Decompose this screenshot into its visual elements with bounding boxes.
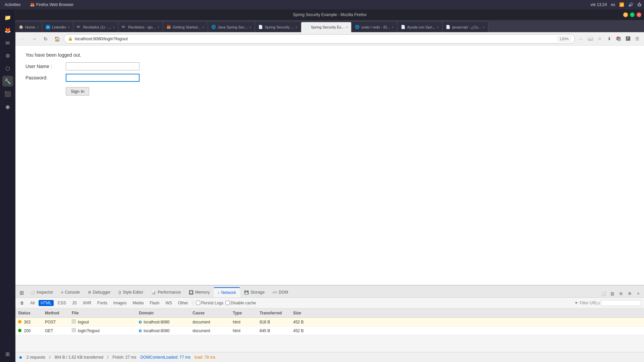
devtools-dock-right[interactable]: ▥ xyxy=(608,290,616,297)
firefox-icon[interactable]: 🦊 xyxy=(2,25,13,36)
zoom-level[interactable]: 120% xyxy=(558,36,571,42)
filter-flash[interactable]: Flash xyxy=(148,300,161,306)
disable-cache-checkbox[interactable]: Disable cache xyxy=(225,301,256,305)
devtools-settings-btn[interactable]: ⚙ xyxy=(626,290,633,297)
tab-close-recibidos1[interactable]: × xyxy=(113,25,115,29)
terminal-icon[interactable]: ⬛ xyxy=(2,88,13,99)
tab-close-undo-redo[interactable]: × xyxy=(392,25,394,29)
password-input[interactable] xyxy=(66,74,140,82)
tab-label-spring-security-ex: Spring Security Ex... xyxy=(311,25,344,29)
devtools-clear-btn[interactable]: 🗑 xyxy=(18,300,26,306)
network-row-302[interactable]: 302 POST logout localhost:8080 document … xyxy=(15,318,644,326)
devtab-memory[interactable]: 🔲 Memory xyxy=(185,287,214,297)
bookmarks-panel-button[interactable]: 📚 xyxy=(614,35,623,43)
intellij-icon[interactable]: 🔧 xyxy=(2,76,13,86)
filter-other[interactable]: Other xyxy=(176,300,190,306)
apps-grid-icon[interactable]: ⊞ xyxy=(2,349,13,359)
devtab-debugger[interactable]: ⚙ Debugger xyxy=(84,287,115,297)
tab-label-home: Home xyxy=(25,25,35,29)
sign-in-button[interactable]: Sign In xyxy=(66,87,89,96)
username-input[interactable] xyxy=(66,62,140,70)
devtab-dom[interactable]: <> DOM xyxy=(269,287,292,297)
tab-close-recibidos2[interactable]: × xyxy=(157,25,159,29)
tab-undo-redo[interactable]: 🌐 undo / redo - ID... × xyxy=(352,22,397,32)
devtab-performance[interactable]: 📊 Performance xyxy=(147,287,185,297)
devtab-network[interactable]: ↕ Network xyxy=(214,287,240,297)
dom-icon: <> xyxy=(273,290,277,294)
reload-button[interactable]: ↻ xyxy=(41,34,50,44)
devtools-close-btn[interactable]: × xyxy=(635,290,642,297)
tab-close-java-spring[interactable]: × xyxy=(249,25,251,29)
network-icon[interactable]: 📶 xyxy=(619,2,624,7)
tab-java-spring[interactable]: 🌐 Java Spring Sec... × xyxy=(208,22,255,32)
power-icon[interactable]: ⏻ xyxy=(637,2,641,7)
devtab-style-editor-label: Style Editor xyxy=(123,290,143,295)
disable-cache-check[interactable] xyxy=(225,301,230,305)
reader-mode-button[interactable]: 📖 xyxy=(586,35,594,43)
settings-icon[interactable]: ⚙ xyxy=(2,50,13,61)
devtools-toggle-btn[interactable]: ⊞ xyxy=(17,288,26,297)
tab-getting-started[interactable]: 🦊 Getting Started... × xyxy=(163,22,208,32)
tab-recibidos2[interactable]: ✉ Recibidos - ign... × xyxy=(118,22,163,32)
requests-count: 2 requests xyxy=(26,355,45,360)
filter-ws[interactable]: WS xyxy=(163,300,174,306)
persist-logs-check[interactable] xyxy=(196,301,200,305)
tab-label-javascript: javascript - ¿Co... xyxy=(452,25,481,29)
forward-button[interactable]: → xyxy=(30,34,39,44)
filter-fonts[interactable]: Fonts xyxy=(95,300,109,306)
language-indicator[interactable]: es xyxy=(611,2,615,7)
address-bar[interactable]: 🔒 localhost:8080/login?logout 120% xyxy=(64,34,575,44)
back-button[interactable]: ← xyxy=(18,34,28,44)
tab-spring-security-ex[interactable]: 📄 Spring Security Ex... × xyxy=(301,22,352,32)
tab-close-ayuda-spring[interactable]: × xyxy=(437,25,439,29)
menu-button[interactable]: ☰ xyxy=(633,35,641,43)
filter-urls-input[interactable] xyxy=(601,300,641,306)
tab-close-home[interactable]: × xyxy=(37,25,39,29)
tab-close-getting-started[interactable]: × xyxy=(202,25,204,29)
devtab-storage[interactable]: 💾 Storage xyxy=(240,287,269,297)
filter-xhr[interactable]: XHR xyxy=(81,300,93,306)
vscode-icon[interactable]: ⬡ xyxy=(2,63,13,74)
devtools-dock-bottom[interactable]: ⬜ xyxy=(600,290,607,297)
close-btn[interactable]: × xyxy=(637,12,641,17)
network-row-200[interactable]: 200 GET login?logout localhost:8080 docu… xyxy=(15,326,644,335)
minimize-btn[interactable]: – xyxy=(623,12,628,17)
tab-label-undo-redo: undo / redo - ID... xyxy=(361,25,390,29)
tab-close-spring-security-ex[interactable]: × xyxy=(346,25,348,29)
filter-js[interactable]: JS xyxy=(70,300,79,306)
tab-close-linkedin[interactable]: × xyxy=(68,25,70,29)
persist-logs-checkbox[interactable]: Persist Logs xyxy=(196,301,223,305)
home-button[interactable]: 🏠 xyxy=(52,34,62,44)
filter-html[interactable]: HTML xyxy=(39,300,54,306)
devtab-inspector[interactable]: ⬜ Inspector xyxy=(26,287,57,297)
tab-javascript[interactable]: 📄 javascript - ¿Co... × xyxy=(442,22,488,32)
tab-recibidos1[interactable]: ✉ Recibidos (1) - ... × xyxy=(73,22,119,32)
devtab-console[interactable]: ≡ Console xyxy=(57,287,84,297)
app-name-menu[interactable]: 🦊 Firefox Web Browser xyxy=(28,2,75,8)
domcontent-link[interactable]: DOMContentLoaded: 77 ms xyxy=(141,355,191,360)
filter-images[interactable]: Images xyxy=(111,300,128,306)
tab-spring-security[interactable]: 📄 Spring Security ... × xyxy=(255,22,301,32)
bookmark-button[interactable]: ☆ xyxy=(596,35,604,43)
devtab-style-editor[interactable]: {} Style Editor xyxy=(115,287,148,297)
devtools-dock-separate[interactable]: ⧉ xyxy=(617,290,625,297)
activities-menu[interactable]: Activities xyxy=(3,2,22,8)
tab-ayuda-spring[interactable]: 📄 Ayuda con Spri... × xyxy=(397,22,442,32)
volume-icon[interactable]: 🔊 xyxy=(628,2,633,7)
download-button[interactable]: ⬇ xyxy=(605,35,613,43)
chrome-icon[interactable]: ◉ xyxy=(2,101,13,112)
domain-dot-200 xyxy=(139,329,142,332)
tab-linkedin[interactable]: in LinkedIn × xyxy=(42,22,73,32)
filter-all[interactable]: All xyxy=(28,300,37,306)
pocketbutton[interactable]: 🅿 xyxy=(624,35,632,43)
more-tools-button[interactable]: ··· xyxy=(577,35,585,43)
tab-close-spring-security[interactable]: × xyxy=(296,25,298,29)
tab-home[interactable]: 🏠 Home × xyxy=(15,22,42,32)
filter-media[interactable]: Media xyxy=(130,300,146,306)
thunderbird-icon[interactable]: ✉ xyxy=(2,38,13,48)
maximize-btn[interactable]: + xyxy=(630,12,635,17)
tab-close-javascript[interactable]: × xyxy=(483,25,485,29)
files-icon[interactable]: 📁 xyxy=(2,12,13,23)
status-code-200: 200 xyxy=(24,328,31,333)
filter-css[interactable]: CSS xyxy=(56,300,68,306)
